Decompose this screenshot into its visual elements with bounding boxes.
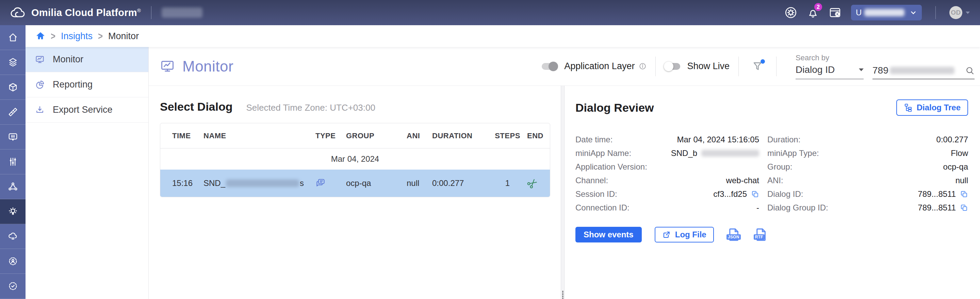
app-title: Omilia Cloud Platform®: [31, 7, 141, 18]
field-group: Group: ocp-qa: [767, 160, 968, 174]
rail-item-sliders[interactable]: [0, 149, 25, 174]
select-dialog-panel: Select Dialog Selected Time Zone: UTC+03…: [149, 86, 561, 299]
dialog-review-fields: Date time: Mar 04, 2024 15:16:05 miniApp…: [576, 133, 968, 214]
splitter-drag-handle-icon[interactable]: [562, 291, 563, 299]
rtf-badge: RTF: [754, 234, 765, 240]
sliders-icon: [8, 157, 18, 167]
rail-item-design-ruler[interactable]: [0, 100, 25, 125]
sidebar-item-reporting[interactable]: Reporting: [25, 72, 148, 98]
page-header-band: Monitor Application Layer Show Live Sear…: [149, 47, 980, 86]
rail-item-network[interactable]: [0, 174, 25, 199]
tree-icon: [904, 103, 913, 112]
rail-item-blocks[interactable]: [0, 75, 25, 100]
browser-settings-icon[interactable]: [829, 6, 842, 19]
theme-settings-icon[interactable]: [784, 6, 797, 19]
copy-icon[interactable]: [751, 190, 759, 198]
notifications-bell-icon[interactable]: 2: [807, 6, 819, 19]
breadcrumb-monitor: Monitor: [108, 31, 139, 42]
sidebar-item-label: Monitor: [53, 54, 83, 65]
sidebar-item-export-service[interactable]: Export Service: [25, 98, 148, 123]
avatar[interactable]: OD: [950, 6, 962, 19]
field-duration: Duration: 0:00.277: [767, 133, 968, 146]
field-miniapp-name: miniApp Name: SND_b: [576, 146, 759, 160]
monitor-controls: Application Layer Show Live Search by Di…: [542, 53, 975, 79]
table-row-selected[interactable]: 15:16 SND_ s ocp-qa null 0:00.277 1: [160, 169, 550, 197]
user-group-dropdown[interactable]: U: [851, 5, 922, 21]
user-settings-icon: [8, 256, 18, 266]
col-end: END: [527, 131, 550, 140]
sidebar-item-monitor[interactable]: Monitor: [25, 47, 148, 72]
home-icon[interactable]: [36, 31, 45, 41]
external-link-icon: [662, 230, 671, 239]
panel-splitter[interactable]: [561, 86, 565, 299]
json-badge: JSON: [727, 234, 741, 240]
rail-item-home[interactable]: [0, 25, 25, 50]
field-miniapp-type: miniApp Type: Flow: [767, 146, 968, 160]
design-ruler-icon: [8, 107, 18, 117]
redacted-user-group: [864, 9, 904, 16]
divider: [776, 56, 776, 76]
dialog-review-heading: Dialog Review: [576, 101, 654, 114]
download-json-icon[interactable]: JSON: [727, 227, 741, 242]
field-date-time: Date time: Mar 04, 2024 15:16:05: [576, 133, 759, 146]
redacted-header-item: [162, 8, 202, 18]
rail-item-service-settings[interactable]: [0, 274, 25, 299]
top-bar: Omilia Cloud Platform® 2 U: [0, 0, 980, 25]
dialog-table: TIME NAME TYPE GROUP ANI DURATION STEPS …: [160, 123, 550, 197]
search-icon[interactable]: [965, 66, 975, 75]
field-channel: Channel: web-chat: [576, 174, 759, 187]
rail-item-cloud[interactable]: [0, 224, 25, 249]
user-group-visible-char: U: [856, 8, 862, 18]
insights-bulb-icon: [8, 206, 18, 217]
field-session-id: Session ID: cf3...fd25: [576, 187, 759, 201]
monitor-icon: [35, 55, 45, 64]
field-connection-id: Connection ID: -: [576, 201, 759, 214]
show-live-label: Show Live: [687, 61, 730, 72]
select-dialog-heading: Select Dialog: [160, 100, 233, 114]
header-divider: [935, 6, 936, 19]
filter-active-dot: [760, 59, 765, 64]
table-date-row: Mar 04, 2024: [160, 149, 550, 169]
field-application-version: Application Version:: [576, 160, 759, 174]
search-value-prefix: 789: [872, 65, 888, 76]
rail-item-chat[interactable]: [0, 125, 25, 149]
filter-funnel-icon[interactable]: [752, 61, 763, 72]
download-rtf-icon[interactable]: RTF: [754, 227, 768, 242]
search-by-label: Search by: [795, 53, 975, 62]
registered-mark: ®: [137, 8, 141, 13]
sidebar-item-label: Reporting: [53, 79, 92, 90]
breadcrumb-insights[interactable]: Insights: [61, 31, 92, 42]
rail-item-user-settings[interactable]: [0, 249, 25, 274]
dialog-review-actions: Show events Log File JSON RTF: [576, 227, 968, 243]
breadcrumb-separator: >: [98, 30, 103, 42]
application-layer-toggle[interactable]: [542, 63, 557, 70]
chat-bubbles-icon: [315, 178, 346, 188]
rail-item-layers[interactable]: [0, 50, 25, 75]
table-header-row: TIME NAME TYPE GROUP ANI DURATION STEPS …: [160, 123, 550, 149]
redacted-miniapp-name: [701, 150, 759, 157]
copy-icon[interactable]: [960, 204, 968, 212]
search-input[interactable]: 789: [872, 65, 975, 79]
divider: [655, 56, 656, 76]
show-events-button[interactable]: Show events: [576, 227, 642, 243]
home-icon: [8, 32, 18, 43]
search-field-select[interactable]: Dialog ID: [795, 64, 864, 79]
show-live-toggle[interactable]: [665, 63, 680, 70]
col-type: TYPE: [315, 131, 346, 140]
copy-icon[interactable]: [960, 190, 968, 198]
pie-chart-icon: [35, 80, 45, 90]
service-settings-icon: [8, 281, 18, 291]
search-field-selected: Dialog ID: [795, 64, 835, 75]
col-steps: STEPS: [495, 131, 520, 140]
rail-item-insights[interactable]: [0, 199, 25, 224]
dialog-tree-button[interactable]: Dialog Tree: [896, 99, 968, 116]
log-file-button[interactable]: Log File: [655, 227, 714, 243]
user-menu[interactable]: OD: [950, 6, 970, 19]
insights-sidebar: Monitor Reporting Export Service: [25, 47, 149, 299]
timezone-label: Selected Time Zone: UTC+03:00: [247, 102, 375, 113]
chevron-down-icon: [966, 11, 970, 14]
info-icon[interactable]: [639, 62, 646, 70]
dialog-review-panel: Dialog Review Dialog Tree Date time: Mar…: [565, 86, 980, 299]
field-ani: ANI: null: [767, 174, 968, 187]
redacted-search-value: [890, 67, 955, 74]
